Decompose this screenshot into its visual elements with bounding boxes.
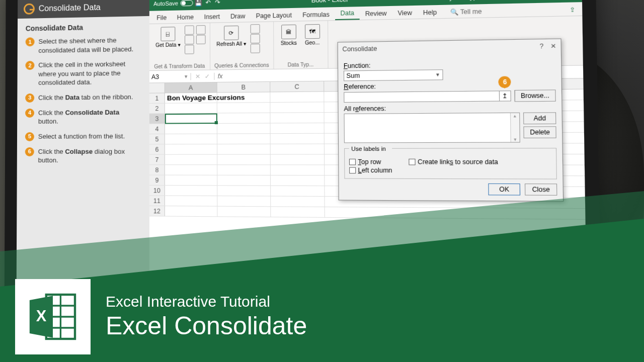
all-references-list[interactable]: ▴▾ bbox=[344, 113, 521, 143]
cell[interactable] bbox=[165, 175, 217, 186]
cell[interactable] bbox=[165, 124, 217, 134]
cell[interactable] bbox=[217, 165, 271, 175]
top-row-checkbox[interactable]: Top row bbox=[349, 158, 392, 166]
help-icon[interactable]: ? bbox=[540, 43, 544, 50]
ribbon-tab-file[interactable]: File bbox=[151, 12, 172, 24]
ribbon-tab-data[interactable]: Data bbox=[335, 7, 360, 20]
cell[interactable] bbox=[165, 134, 217, 144]
tell-me-search[interactable]: 🔍 Tell me bbox=[445, 6, 488, 18]
cancel-formula-icon[interactable]: ✕ bbox=[195, 72, 200, 79]
get-data-button[interactable]: ⌸ Get Data ▾ bbox=[153, 26, 183, 49]
cell[interactable] bbox=[271, 165, 325, 175]
add-button[interactable]: Add bbox=[523, 112, 556, 124]
function-select[interactable]: Sum▼ bbox=[344, 69, 443, 81]
queries-button[interactable] bbox=[251, 24, 260, 34]
autosave-toggle[interactable]: AutoSave bbox=[153, 0, 193, 7]
user-name[interactable]: Kayla Claypool bbox=[441, 0, 486, 2]
fx-icon[interactable]: fx bbox=[214, 72, 225, 80]
ribbon-tab-page-layout[interactable]: Page Layout bbox=[251, 10, 297, 22]
undo-icon[interactable]: ↶ bbox=[204, 0, 212, 6]
select-all-corner[interactable] bbox=[149, 83, 165, 93]
ribbon-group-label: Queries & Connections bbox=[214, 61, 269, 69]
cell[interactable] bbox=[270, 92, 324, 103]
cell[interactable] bbox=[165, 196, 217, 206]
cell[interactable] bbox=[217, 144, 271, 154]
cell[interactable] bbox=[217, 155, 271, 165]
delete-button[interactable]: Delete bbox=[524, 126, 556, 138]
share-button[interactable]: ⇪ bbox=[565, 4, 580, 16]
row-header[interactable]: 2 bbox=[149, 104, 165, 114]
cell[interactable] bbox=[165, 206, 217, 216]
row-header[interactable]: 4 bbox=[149, 124, 165, 134]
row-header[interactable]: 5 bbox=[149, 134, 165, 144]
browse-button[interactable]: Browse... bbox=[514, 89, 555, 102]
collapse-dialog-button[interactable]: ↥ 6 bbox=[499, 91, 511, 101]
cell[interactable] bbox=[271, 175, 325, 186]
enter-formula-icon[interactable]: ✓ bbox=[205, 72, 210, 79]
cell[interactable] bbox=[271, 144, 325, 154]
cell[interactable] bbox=[271, 154, 325, 164]
cell[interactable] bbox=[217, 113, 271, 123]
row-header[interactable]: 1 bbox=[149, 93, 165, 103]
cell[interactable] bbox=[165, 186, 217, 196]
reference-input[interactable]: ↥ 6 bbox=[344, 90, 511, 103]
cell[interactable] bbox=[217, 175, 271, 186]
row-header[interactable]: 12 bbox=[149, 206, 165, 216]
from-text-button[interactable] bbox=[185, 25, 194, 35]
row-header[interactable]: 7 bbox=[149, 155, 165, 164]
cell[interactable] bbox=[271, 207, 325, 217]
cell[interactable] bbox=[270, 102, 324, 112]
ribbon-tab-review[interactable]: Review bbox=[360, 8, 392, 20]
cell[interactable] bbox=[271, 186, 325, 196]
redo-icon[interactable]: ↷ bbox=[214, 0, 221, 6]
cell[interactable] bbox=[271, 123, 325, 133]
dialog-close-icon[interactable]: ✕ bbox=[550, 42, 556, 50]
left-column-checkbox[interactable]: Left column bbox=[349, 167, 392, 174]
from-table-button[interactable] bbox=[185, 45, 194, 54]
save-icon[interactable]: 💾 bbox=[195, 0, 202, 7]
row-header[interactable]: 10 bbox=[149, 186, 165, 196]
cell[interactable] bbox=[217, 134, 271, 144]
cell[interactable] bbox=[165, 155, 217, 165]
row-header[interactable]: 9 bbox=[149, 175, 165, 185]
edit-links-button[interactable] bbox=[251, 44, 260, 53]
column-header[interactable]: C bbox=[270, 81, 324, 92]
stocks-button[interactable]: 🏛 Stocks bbox=[278, 24, 299, 47]
cell[interactable] bbox=[217, 196, 271, 206]
row-header[interactable]: 6 bbox=[149, 144, 165, 154]
cell[interactable] bbox=[217, 123, 271, 133]
cell[interactable]: Bon Voyage Excursions bbox=[165, 93, 217, 103]
row-header[interactable]: 3 bbox=[149, 114, 165, 124]
ribbon-tab-help[interactable]: Help bbox=[418, 7, 443, 19]
row-header[interactable]: 8 bbox=[149, 165, 165, 174]
column-header[interactable]: A bbox=[165, 82, 217, 93]
existing-conn-button[interactable] bbox=[196, 35, 206, 44]
ok-button[interactable]: OK bbox=[488, 184, 520, 196]
refresh-all-button[interactable]: ⟳ Refresh All ▾ bbox=[214, 24, 248, 48]
cell[interactable] bbox=[217, 186, 271, 196]
cell[interactable] bbox=[165, 113, 217, 123]
properties-button[interactable] bbox=[251, 34, 260, 44]
cell[interactable] bbox=[165, 103, 217, 113]
name-box[interactable]: A3▼ bbox=[149, 73, 191, 80]
recent-sources-button[interactable] bbox=[196, 25, 206, 35]
column-header[interactable]: B bbox=[217, 82, 271, 93]
ribbon-tab-view[interactable]: View bbox=[392, 7, 418, 19]
cell[interactable] bbox=[165, 165, 217, 175]
ribbon-tab-formulas[interactable]: Formulas bbox=[297, 9, 335, 21]
create-links-checkbox[interactable]: Create links to source data bbox=[409, 158, 498, 166]
geography-button[interactable]: 🗺 Geo... bbox=[301, 23, 323, 47]
cell[interactable] bbox=[165, 144, 217, 154]
ribbon-tab-insert[interactable]: Insert bbox=[199, 11, 225, 23]
cell[interactable] bbox=[270, 113, 324, 123]
cell[interactable] bbox=[271, 197, 325, 207]
cell[interactable] bbox=[217, 103, 271, 113]
row-header[interactable]: 11 bbox=[149, 196, 165, 206]
ribbon-tab-home[interactable]: Home bbox=[172, 12, 199, 23]
cell[interactable] bbox=[217, 93, 271, 103]
ribbon-tab-draw[interactable]: Draw bbox=[225, 11, 251, 22]
cell[interactable] bbox=[271, 134, 325, 144]
cell[interactable] bbox=[217, 207, 271, 217]
close-button[interactable]: Close bbox=[525, 184, 557, 196]
from-web-button[interactable] bbox=[185, 35, 194, 45]
